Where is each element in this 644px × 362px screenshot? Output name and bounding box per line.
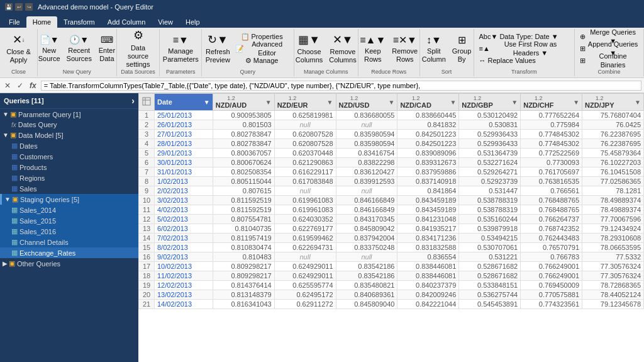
group-by-button[interactable]: ⊞ GroupBy [450, 31, 474, 67]
number-cell: 0.620807528 [274, 139, 336, 149]
sidebar-item-other-queries-group[interactable]: ▶ ▣ Other Queries [0, 258, 138, 269]
table-row[interactable]: 158/02/20130.8108304740.6226947310.83375… [139, 243, 644, 252]
table-icon: ▦ [11, 238, 18, 246]
table-row[interactable]: 114/02/20130.8115925190.6199610830.84616… [139, 205, 644, 215]
col-header-nzdchf[interactable]: 1.2 NZD/CHF ▼ [521, 94, 582, 111]
fx-button[interactable]: fx [28, 81, 38, 91]
table-row[interactable]: 125/01/20130.9009538050.6258199810.83668… [139, 111, 644, 120]
number-cell: 0.52923739 [459, 177, 521, 186]
manage-parameters-button[interactable]: ≡▼ ManageParameters [160, 31, 201, 67]
table-row[interactable]: 428/01/20130.8027838470.6208075280.83598… [139, 139, 644, 149]
number-cell: 0.529936433 [459, 139, 521, 149]
col-header-date[interactable]: Date ▼ [155, 94, 213, 111]
sidebar-item-dates[interactable]: ▦ Dates [0, 140, 138, 151]
table-row[interactable]: 1912/02/20130.8143764140.6255957740.8354… [139, 281, 644, 290]
table-row[interactable]: 327/01/20130.8027838470.6208075280.83598… [139, 130, 644, 139]
sidebar-collapse-button[interactable]: › [131, 96, 135, 106]
sidebar-item-regions[interactable]: ▦ Regions [0, 173, 138, 183]
table-scroll[interactable]: Date ▼ 1.2 NZD/AUD ▼ [138, 93, 644, 362]
table-row[interactable]: 630/01/20130.8006706240.6212908630.83822… [139, 158, 644, 167]
sidebar-item-staging-queries-group[interactable]: ▼ ▣ Staging Queries [5] [0, 194, 138, 205]
col-header-nzdjpy[interactable]: 1.2 NZD/JPY ▼ [582, 94, 644, 111]
filter-icon[interactable]: ▼ [573, 99, 579, 106]
table-row[interactable]: 226/01/20130.801503nullnull0.8418320.530… [139, 120, 644, 130]
table-row[interactable]: 136/02/20130.810407350.6227691770.845809… [139, 224, 644, 234]
undo-icon[interactable]: ↩ [15, 3, 23, 11]
new-source-icon: 📄▼ [40, 35, 59, 45]
filter-icon[interactable]: ▼ [450, 99, 456, 106]
save-icon[interactable]: 💾 [5, 3, 13, 11]
col-header-nzdcad[interactable]: 1.2 NZD/CAD ▼ [397, 94, 459, 111]
combine-binaries-button[interactable]: ⊞ Combine Binaries [577, 55, 641, 67]
table-row[interactable]: 1710/02/20130.8092982170.6249290110.8354… [139, 262, 644, 271]
col-header-nzdeur[interactable]: 1.2 NZD/EUR ▼ [274, 94, 336, 111]
sidebar-item-products[interactable]: ▦ Products [0, 162, 138, 173]
number-cell: 0.768488765 [521, 205, 582, 215]
refresh-preview-button[interactable]: ↻▼ RefreshPreview [204, 31, 231, 67]
formula-confirm-button[interactable]: ✓ [15, 81, 25, 91]
filter-icon[interactable]: ▼ [265, 99, 272, 106]
date-cell: 10/02/2013 [155, 262, 213, 271]
tab-file[interactable]: File [3, 16, 26, 28]
sidebar-title: Queries [11] [4, 97, 44, 105]
table-row[interactable]: 1811/02/20130.8092982170.6249290110.8354… [139, 271, 644, 281]
col-header-nzdaud[interactable]: 1.2 NZD/AUD ▼ [213, 94, 274, 111]
first-row-headers-button[interactable]: ≡▲ Use First Row as Headers ▼ [477, 43, 572, 55]
table-row[interactable]: 529/01/20130.8003670570.6203704480.83416… [139, 149, 644, 158]
tab-help[interactable]: Help [179, 16, 206, 28]
table-row[interactable]: 2013/02/20130.8131483790.624951720.84068… [139, 290, 644, 300]
table-icon: ▦ [11, 217, 18, 225]
tab-add-column[interactable]: Add Column [101, 16, 152, 28]
manage-button[interactable]: ⚙ Manage [233, 55, 291, 67]
sidebar-item-data-model-group[interactable]: ▼ ▣ Data Model [5] [0, 130, 138, 140]
sidebar-item-channel-details[interactable]: ▦ Channel Details [0, 237, 138, 247]
row-number: 10 [139, 196, 155, 205]
tab-view[interactable]: View [152, 16, 179, 28]
sidebar-item-sales[interactable]: ▦ Sales [0, 183, 138, 194]
table-row[interactable]: 103/02/20130.8115925190.6199610830.84616… [139, 196, 644, 205]
number-cell: 0.814376414 [213, 281, 274, 290]
number-cell: 0.900953805 [213, 111, 274, 120]
formula-cancel-button[interactable]: ✕ [3, 81, 13, 91]
enter-data-button[interactable]: ⌨ EnterData [96, 31, 118, 67]
date-filter-icon[interactable]: ▼ [204, 99, 210, 106]
filter-icon[interactable]: ▼ [327, 99, 333, 106]
col-header-nzdgbp[interactable]: 1.2 NZD/GBP ▼ [459, 94, 521, 111]
choose-columns-button[interactable]: ▦▼ ChooseColumns [293, 31, 325, 67]
null-cell: null [274, 252, 336, 262]
keep-rows-button[interactable]: ≡▲▼ KeepRows [357, 31, 388, 67]
table-row[interactable]: 81/02/20130.8051150440.6170838480.839912… [139, 177, 644, 186]
sidebar-item-parameter-query-group[interactable]: ▼ ▣ Parameter Query [1] [0, 109, 138, 120]
table-row[interactable]: 92/02/20130.807615nullnull0.8418640.5314… [139, 186, 644, 196]
filter-icon[interactable]: ▼ [511, 99, 518, 106]
sidebar-item-exchange-rates[interactable]: ▦ Exchcange_Rates [0, 247, 138, 258]
sidebar-item-sales-2016[interactable]: ▦ Sales_2016 [0, 226, 138, 237]
remove-rows-button[interactable]: ≡✕▼ RemoveRows [389, 31, 420, 67]
tab-home[interactable]: Home [26, 16, 57, 28]
new-source-button[interactable]: 📄▼ NewSource [36, 31, 63, 67]
filter-icon[interactable]: ▼ [635, 99, 641, 106]
redo-icon[interactable]: ↪ [25, 3, 33, 11]
table-row[interactable]: 125/02/20130.8075547810.6240303520.84317… [139, 215, 644, 224]
replace-values-button[interactable]: ↔ Replace Values [477, 55, 538, 67]
number-cell: 0.768488765 [521, 196, 582, 205]
advanced-editor-button[interactable]: 📝 Advanced Editor [233, 43, 291, 55]
remove-columns-button[interactable]: ✕▼ RemoveColumns [326, 31, 358, 67]
formula-input[interactable] [41, 81, 641, 91]
tab-transform[interactable]: Transform [57, 16, 101, 28]
number-cell: 0.83416754 [336, 149, 397, 158]
sidebar-item-sales-2014[interactable]: ▦ Sales_2014 [0, 205, 138, 215]
sidebar-item-sales-2015[interactable]: ▦ Sales_2015 [0, 215, 138, 226]
table-row[interactable]: 169/02/20130.810483nullnull0.8365540.531… [139, 252, 644, 262]
close-apply-button[interactable]: ✕↓ Close &Apply [4, 31, 33, 67]
filter-icon[interactable]: ▼ [389, 99, 395, 106]
col-header-nzdusd[interactable]: 1.2 NZD/USD ▼ [336, 94, 397, 111]
split-column-button[interactable]: ↕▼ SplitColumn [419, 31, 448, 67]
table-row[interactable]: 147/02/20130.8119574190.6195994620.83794… [139, 234, 644, 243]
datasource-settings-button[interactable]: ⚙ Data sourcesettings [119, 31, 157, 67]
recent-sources-button[interactable]: 🕐▼ RecentSources [64, 31, 94, 67]
table-row[interactable]: 2114/02/20130.8163410430.629112720.84580… [139, 300, 644, 309]
sidebar-item-dates-query[interactable]: fx Dates Query [0, 120, 138, 130]
table-row[interactable]: 731/01/20130.8025083540.6162291170.83612… [139, 167, 644, 177]
sidebar-item-customers[interactable]: ▦ Customers [0, 151, 138, 162]
